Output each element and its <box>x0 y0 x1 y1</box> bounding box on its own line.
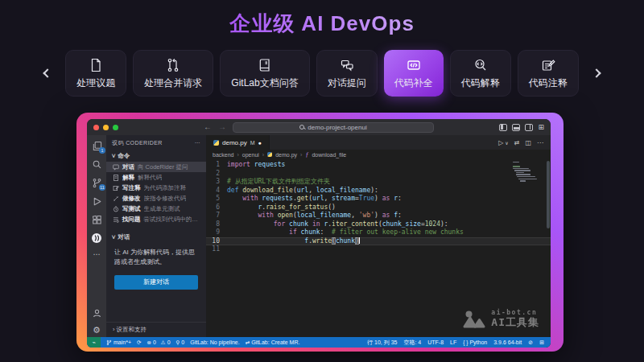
breadcrumb-item[interactable]: demo.py <box>275 152 297 158</box>
search-view-icon[interactable] <box>91 158 102 170</box>
command-center-search[interactable]: demo-project-openui <box>233 122 434 133</box>
explorer-pages-icon[interactable]: 1 <box>91 140 102 151</box>
code-line[interactable]: 5 with requests.get(url, stream=True) as… <box>206 195 551 204</box>
sync-status[interactable]: ⟳ <box>137 339 141 346</box>
account-icon[interactable] <box>91 307 102 319</box>
code-line[interactable]: 10 f.write(chunk) <box>206 237 551 246</box>
minimap[interactable] <box>513 162 542 184</box>
code-line[interactable]: 8 for chunk in r.iter_content(chunk_size… <box>206 220 551 229</box>
tab-code-comment[interactable]: 代码注释 <box>518 50 579 97</box>
toggle-sidebar-icon[interactable] <box>499 124 507 131</box>
breadcrumb-item[interactable]: download_file <box>312 152 346 158</box>
activity-bar: 1 11 ⋯ <box>87 135 106 337</box>
code-token: 'wb' <box>359 212 374 219</box>
compare-changes-icon[interactable]: ⇄ <box>514 139 520 146</box>
code-token: ) <box>374 195 382 202</box>
command-explain[interactable]: 解释 解释代码 <box>106 172 206 183</box>
history-forward-button[interactable]: → <box>218 123 226 131</box>
source-control-icon[interactable]: 11 <box>91 177 102 188</box>
broadcast-status[interactable]: ⚲0 <box>176 339 185 346</box>
new-chat-button[interactable]: 新建对话 <box>114 275 198 290</box>
tab-gitlab-docs-qa[interactable]: GitLab文档问答 <box>220 50 309 97</box>
minimap-line <box>517 176 535 177</box>
run-debug-icon[interactable] <box>91 195 102 207</box>
gitlab-pipeline-status[interactable]: GitLab: No pipeline. <box>190 339 239 345</box>
status-bar: ⌁ main*+ ⟳ ⊗0 ⚠0 ⚲0 GitLab: No pipeline.… <box>87 337 551 348</box>
checklist-icon <box>113 216 119 223</box>
close-window-button[interactable] <box>93 125 99 130</box>
tab-handle-issues[interactable]: 处理议题 <box>65 50 126 97</box>
command-find-issues[interactable]: 找问题 尝试找到代码中的坏... <box>106 214 206 224</box>
code-line[interactable]: 2 <box>206 170 551 179</box>
code-token: : <box>398 195 402 202</box>
tab-handle-merge-request[interactable]: 处理合并请求 <box>133 50 213 97</box>
carousel-next-button[interactable] <box>588 65 605 81</box>
code-token: # 从指定URL下载文件到指定文件夹 <box>227 178 330 185</box>
toggle-panel-icon[interactable] <box>512 124 520 131</box>
breadcrumb-item[interactable]: openui <box>242 152 259 158</box>
tab-chat-ask[interactable]: 对话提问 <box>316 50 378 97</box>
tab-code-explain[interactable]: 代码解释 <box>450 50 511 97</box>
code-line[interactable]: 1import requests <box>206 161 551 170</box>
extensions-icon[interactable] <box>91 214 102 225</box>
settings-support-item[interactable]: › 设置和支持 <box>106 322 206 337</box>
python-file-icon <box>267 152 272 157</box>
remote-indicator[interactable]: ⌁ <box>87 337 101 348</box>
chevron-left-icon <box>43 68 52 77</box>
split-editor-icon[interactable]: ◫ <box>525 139 531 146</box>
eol-sequence[interactable]: LF <box>450 339 456 345</box>
history-back-button[interactable]: ← <box>204 123 212 131</box>
line-number: 3 <box>206 178 227 187</box>
run-dropdown-icon[interactable]: ∨ <box>505 140 508 146</box>
customize-layout-icon[interactable]: ⊞ <box>538 124 544 131</box>
toggle-secondary-sidebar-icon[interactable] <box>525 124 533 131</box>
indentation[interactable]: 空格: 4 <box>403 339 421 347</box>
cursor-position[interactable]: 行 10, 列 35 <box>367 339 397 347</box>
code-line[interactable]: 3# 从指定URL下载文件到指定文件夹 <box>206 178 551 187</box>
gitlab-create-mr[interactable]: ⇄ GitLab: Create MR. <box>246 339 300 346</box>
encoding[interactable]: UTF-8 <box>427 339 444 345</box>
restore-window-icon[interactable]: ⊞ <box>539 339 544 346</box>
problems-status[interactable]: ⊗0 ⚠0 <box>147 339 170 346</box>
run-file-icon[interactable]: ▷ <box>498 139 503 146</box>
settings-gear-icon[interactable]: ⚙ <box>93 326 101 335</box>
tab-demo-py[interactable]: demo.py M ● <box>206 135 270 150</box>
editor-scrollbar[interactable] <box>547 161 550 228</box>
section-commands[interactable]: ∨ 命令 <box>106 150 206 162</box>
tab-filename: demo.py <box>222 139 247 146</box>
code-editor[interactable]: 1import requests23# 从指定URL下载文件到指定文件夹4def… <box>206 159 551 337</box>
additional-views-icon[interactable]: ⋯ <box>93 251 101 258</box>
command-write-comment[interactable]: 写注释 为代码添加注释 <box>106 183 206 193</box>
chat-hint-text: 让 AI 为你解释代码，提供思路或者生成测试。 <box>106 243 206 269</box>
code-token: url <box>312 195 324 202</box>
sidebar-more-icon[interactable]: ⋯ <box>195 140 200 146</box>
line-number: 5 <box>206 195 227 204</box>
coderider-logo-icon[interactable] <box>91 232 102 244</box>
code-token: ): <box>440 220 448 228</box>
code-line[interactable]: 4def download_file(url, local_filename): <box>206 187 551 195</box>
zoom-window-button[interactable] <box>113 125 118 130</box>
code-complete-icon <box>406 57 422 73</box>
code-line[interactable]: 11 <box>206 245 551 254</box>
code-line[interactable]: 6 r.raise_for_status() <box>206 204 551 212</box>
command-modify[interactable]: 做修改 按指令修改代码 <box>106 193 206 204</box>
minimize-window-button[interactable] <box>103 125 109 130</box>
line-number: 4 <box>206 187 227 195</box>
command-chat[interactable]: 对话 向 CodeRider 提问 <box>106 162 206 172</box>
language-mode[interactable]: { } Python <box>463 339 487 345</box>
code-line[interactable]: 7 with open(local_filename, 'wb') as f: <box>206 212 551 220</box>
unsaved-dot-icon[interactable]: ● <box>258 140 262 146</box>
branch-status[interactable]: main*+ <box>106 339 131 346</box>
editor-more-icon[interactable]: ⋯ <box>537 139 543 146</box>
code-line[interactable]: 9 if chunk: # filter out keep-alive new … <box>206 228 551 237</box>
carousel-prev-button[interactable] <box>39 65 56 81</box>
command-write-test[interactable]: 写测试 生成单元测试 <box>106 204 206 214</box>
section-chat[interactable]: ∨ 对话 <box>106 232 206 243</box>
code-token: with <box>258 212 278 219</box>
code-token: local_filename <box>297 212 351 219</box>
comment-pencil-icon <box>113 185 119 191</box>
python-interpreter[interactable]: 3.9.6 64-bit <box>493 339 522 345</box>
breadcrumb-item[interactable]: backend <box>213 152 233 158</box>
tab-code-completion[interactable]: 代码补全 <box>384 50 444 97</box>
coderider-status-icon[interactable]: ⊘ <box>528 339 533 346</box>
